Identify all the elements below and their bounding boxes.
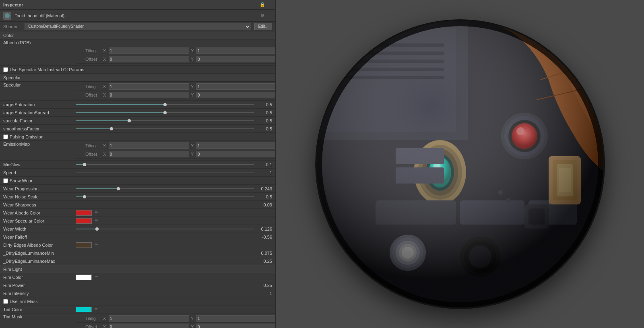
specular-tiling-row: Tiling X Y	[76, 83, 275, 91]
more-icon[interactable]: ⋮	[268, 2, 272, 7]
wear-progression-track[interactable]	[76, 188, 254, 189]
emission-tiling-x[interactable]	[109, 142, 189, 149]
albedo-tiling-area: Tiling X Y Offset X Y	[76, 47, 275, 64]
emission-offset-y[interactable]	[196, 151, 275, 157]
albedo-offset-y[interactable]	[196, 56, 275, 62]
show-wear-label: Show Wear	[10, 178, 33, 183]
wear-noise-scale-label: Wear Noise Scale	[3, 194, 76, 199]
specular-content: Tiling X Y Offset X Y	[76, 83, 275, 99]
smoothness-factor-label: smoothnessFactor	[3, 126, 76, 131]
albedo-color-swatch[interactable]	[275, 40, 275, 46]
use-tint-mask-checkbox[interactable]	[3, 299, 8, 304]
specular-factor-track[interactable]	[76, 120, 254, 121]
min-glow-row: MinGlow 0.1	[0, 161, 275, 169]
albedo-offset-row: Offset X Y	[76, 55, 275, 64]
material-name: Droid_head_dif (Material)	[14, 13, 257, 18]
wear-noise-scale-track[interactable]	[76, 196, 254, 197]
dirty-edge-lum-min-row: _DirtyEdgeLuminanceMin 0.075	[0, 249, 275, 257]
target-saturation-slider[interactable]	[76, 104, 254, 105]
specular-offset-row: Offset X Y	[76, 91, 275, 99]
smoothness-factor-slider[interactable]	[76, 128, 254, 129]
dirty-edges-albedo-row: Dirty Edges Albedo Color ✏	[0, 241, 275, 249]
wear-sharpness-value: 0.03	[254, 202, 272, 207]
dirty-edge-lum-max-row: _DirtyEdgeLuminanceMax 0.25	[0, 257, 275, 265]
albedo-tiling-x[interactable]	[109, 47, 189, 54]
shader-label: Shader	[3, 24, 21, 29]
albedo-offset-x[interactable]	[109, 56, 189, 62]
albedo-label: Albedo (RGB)	[3, 40, 76, 45]
min-glow-value: 0.1	[254, 162, 272, 167]
tint-mask-offset-y[interactable]	[196, 324, 275, 328]
wear-specular-color-swatch[interactable]	[76, 218, 92, 224]
wear-width-slider[interactable]	[76, 229, 254, 229]
tint-mask-offset-x[interactable]	[109, 324, 189, 328]
target-saturation-spread-track[interactable]	[76, 112, 254, 113]
sphere-preview	[315, 19, 605, 309]
inspector-header-icons: 🔒 ⋮	[260, 2, 272, 7]
specular-tiling-y[interactable]	[196, 83, 275, 90]
specular-offset-y[interactable]	[196, 92, 275, 98]
wear-width-label: Wear Width	[3, 227, 76, 231]
tint-mask-tiling-x[interactable]	[109, 315, 189, 322]
lock-icon[interactable]: 🔒	[260, 2, 265, 7]
target-saturation-track[interactable]	[76, 104, 254, 105]
wear-albedo-edit-icon[interactable]: ✏	[95, 210, 100, 216]
specular-factor-slider[interactable]	[76, 120, 254, 121]
wear-sharpness-row: Wear Sharpness 0.03	[0, 201, 275, 209]
wear-albedo-color-row: Wear Albedo Color ✏	[0, 209, 275, 217]
smoothness-factor-track[interactable]	[76, 128, 254, 129]
rim-color-edit-icon[interactable]: ✏	[95, 274, 100, 280]
edit-button[interactable]: Edit...	[254, 23, 272, 30]
dirty-edges-albedo-swatch[interactable]	[76, 242, 92, 248]
use-specular-checkbox[interactable]	[3, 67, 8, 72]
tint-mask-row: Tint Mask Tiling X Y Offset X Y	[0, 314, 275, 328]
svg-point-0	[5, 13, 10, 18]
dirty-edge-lum-min-value: 0.075	[254, 251, 272, 256]
speed-track[interactable]	[76, 172, 254, 173]
tint-color-swatch-area: ✏	[76, 307, 272, 312]
wear-albedo-color-swatch[interactable]	[76, 210, 92, 216]
rim-color-swatch[interactable]	[76, 274, 92, 280]
albedo-texture-area: Tiling X Y Offset X Y	[76, 47, 275, 64]
emission-tiling-y[interactable]	[196, 142, 275, 149]
tint-color-swatch[interactable]	[76, 307, 92, 312]
specular-offset-x[interactable]	[109, 92, 189, 98]
tint-color-edit-icon[interactable]: ✏	[95, 307, 100, 312]
color-section-label: Color	[3, 33, 14, 38]
min-glow-slider[interactable]	[76, 164, 254, 165]
wear-noise-scale-slider[interactable]	[76, 196, 254, 197]
emission-offset-x[interactable]	[109, 151, 189, 157]
color-section-header: Color	[0, 31, 275, 39]
dirty-edge-lum-max-value: 0.25	[254, 259, 272, 264]
smoothness-factor-row: smoothnessFactor 0.5	[0, 125, 275, 133]
tint-mask-label: Tint Mask	[3, 314, 76, 319]
target-saturation-spread-value: 0.5	[254, 110, 272, 115]
emission-map-content: Tiling X Y Offset X Y	[76, 142, 275, 159]
pulsing-emission-row: Pulsing Emission	[0, 133, 275, 141]
material-menu-icon[interactable]: ⋮	[268, 13, 272, 18]
wear-specular-edit-icon[interactable]: ✏	[95, 218, 100, 224]
shader-dropdown[interactable]: Custom/DefaultFoundryShader	[25, 23, 251, 30]
wear-albedo-color-swatch-area: ✏	[76, 210, 272, 216]
wear-specular-color-swatch-area: ✏	[76, 218, 272, 224]
dirty-edges-edit-icon[interactable]: ✏	[95, 242, 100, 248]
speed-value: 1	[254, 170, 272, 175]
wear-progression-slider[interactable]	[76, 188, 254, 189]
albedo-tiling-row: Tiling X Y	[76, 47, 275, 55]
inspector-body: Color Albedo (RGB) ✏ Tiling X Y	[0, 31, 275, 328]
show-wear-checkbox[interactable]	[3, 178, 8, 183]
specular-tiling-x[interactable]	[109, 83, 189, 90]
material-icon	[3, 12, 11, 20]
albedo-tiling-y[interactable]	[196, 47, 275, 54]
target-saturation-spread-slider[interactable]	[76, 112, 254, 113]
specular2-label: Specular	[3, 83, 76, 87]
dirty-edge-lum-max-label: _DirtyEdgeLuminanceMax	[3, 259, 76, 264]
tint-mask-tiling-y[interactable]	[196, 315, 275, 322]
pulsing-emission-checkbox[interactable]	[3, 134, 8, 139]
wear-width-track[interactable]	[76, 229, 254, 229]
min-glow-track[interactable]	[76, 164, 254, 165]
offset-label-1: Offset	[85, 57, 101, 62]
material-settings-icon[interactable]: ⚙	[260, 13, 264, 18]
inspector-header: Inspector 🔒 ⋮	[0, 0, 275, 10]
tint-color-label: Tint Color	[3, 307, 76, 312]
